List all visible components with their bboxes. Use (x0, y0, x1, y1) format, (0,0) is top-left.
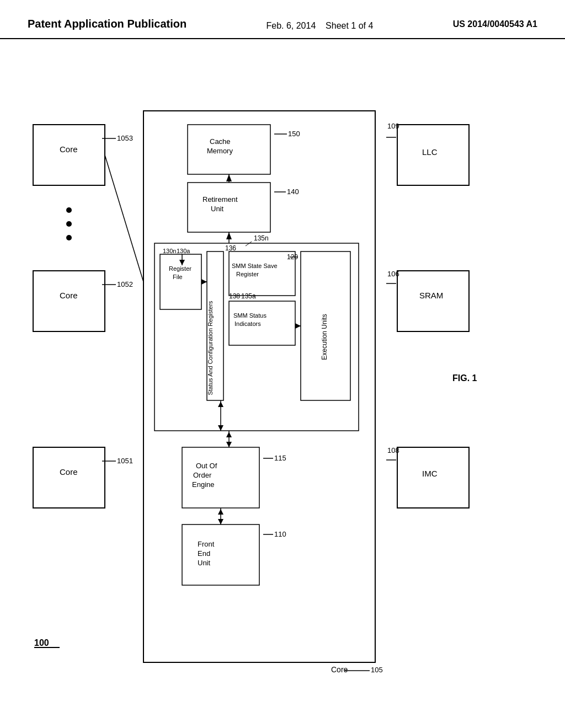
svg-rect-77 (397, 271, 469, 331)
svg-marker-44 (226, 442, 232, 447)
svg-text:1052: 1052 (117, 280, 133, 288)
svg-text:Core: Core (60, 291, 78, 300)
svg-marker-17 (226, 232, 232, 239)
svg-text:108: 108 (387, 446, 399, 454)
svg-text:150: 150 (288, 130, 300, 138)
svg-text:Core: Core (60, 144, 78, 154)
svg-marker-95 (295, 323, 301, 329)
page-header: Patent Application Publication Feb. 6, 2… (0, 0, 565, 39)
svg-marker-45 (226, 432, 232, 437)
svg-text:135n: 135n (254, 234, 269, 242)
svg-text:IMC: IMC (422, 469, 438, 478)
svg-rect-55 (182, 524, 259, 585)
svg-text:SMM State Save: SMM State Save (232, 263, 278, 269)
svg-text:SRAM: SRAM (419, 291, 443, 300)
svg-line-20 (246, 242, 252, 246)
svg-text:130n: 130n (163, 248, 176, 254)
svg-text:LLC: LLC (422, 147, 438, 157)
svg-marker-53 (218, 519, 223, 524)
svg-text:120: 120 (287, 253, 298, 261)
svg-text:100: 100 (34, 638, 49, 647)
svg-point-91 (66, 235, 72, 240)
svg-text:Core: Core (60, 467, 78, 477)
sheet-info: Sheet 1 of 4 (326, 21, 373, 30)
svg-rect-11 (188, 183, 270, 232)
svg-text:105: 105 (371, 666, 383, 674)
svg-text:FIG. 1: FIG. 1 (452, 373, 477, 383)
svg-marker-10 (226, 174, 232, 181)
svg-marker-97 (218, 425, 223, 431)
svg-line-88 (105, 155, 143, 282)
svg-text:Status And Configuration Regis: Status And Configuration Registers (207, 301, 214, 395)
svg-text:110: 110 (274, 530, 286, 538)
svg-rect-65 (33, 271, 105, 331)
svg-text:106: 106 (387, 270, 399, 278)
svg-text:Order: Order (193, 471, 212, 479)
patent-number: US 2014/0040543 A1 (453, 17, 537, 29)
svg-text:135a: 135a (241, 292, 256, 300)
svg-text:Engine: Engine (192, 480, 214, 489)
diagram-area: Core 105 Cache Memory 150 Retirement Uni… (0, 39, 565, 718)
svg-point-89 (66, 207, 72, 213)
svg-rect-61 (33, 125, 105, 185)
date-sheet: Feb. 6, 2014 Sheet 1 of 4 (266, 17, 373, 33)
svg-text:140: 140 (287, 188, 299, 196)
svg-text:Register: Register (236, 271, 259, 277)
svg-marker-98 (218, 402, 223, 407)
svg-text:138: 138 (229, 292, 240, 300)
publication-title: Patent Application Publication (28, 17, 186, 31)
svg-text:136: 136 (225, 244, 236, 252)
svg-text:Retirement: Retirement (202, 195, 238, 204)
pub-date: Feb. 6, 2014 (266, 21, 316, 30)
svg-marker-54 (218, 509, 223, 515)
svg-text:File: File (173, 274, 183, 280)
svg-marker-93 (201, 279, 207, 285)
svg-text:115: 115 (274, 454, 286, 462)
svg-text:Unit: Unit (198, 559, 211, 567)
svg-marker-27 (179, 260, 185, 265)
svg-text:1051: 1051 (117, 457, 133, 465)
svg-text:Execution Units: Execution Units (321, 314, 328, 360)
svg-point-90 (66, 221, 72, 227)
svg-text:Unit: Unit (211, 205, 224, 213)
svg-text:Front: Front (198, 540, 215, 548)
svg-text:1053: 1053 (117, 134, 133, 142)
patent-diagram: Core 105 Cache Memory 150 Retirement Uni… (0, 39, 565, 718)
svg-text:Indicators: Indicators (234, 320, 261, 327)
svg-text:Cache: Cache (210, 137, 231, 146)
svg-text:Out Of: Out Of (196, 462, 217, 470)
svg-text:Core: Core (331, 665, 348, 674)
svg-text:End: End (198, 549, 210, 558)
svg-text:Memory: Memory (207, 147, 233, 155)
svg-text:130a: 130a (177, 248, 190, 254)
svg-text:SMM Status: SMM Status (233, 312, 266, 319)
svg-text:Register: Register (169, 265, 191, 272)
svg-rect-69 (33, 447, 105, 508)
svg-text:109: 109 (387, 122, 399, 130)
